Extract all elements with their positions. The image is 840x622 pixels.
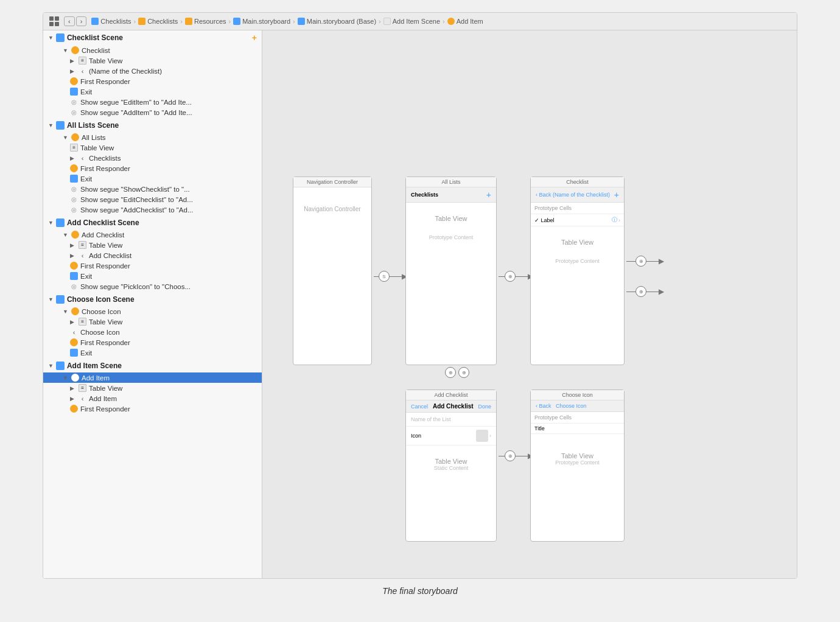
all-lists-segue-show[interactable]: ◎ Show segue "ShowChecklist" to "... bbox=[43, 184, 262, 194]
checklist-exit[interactable]: Exit bbox=[43, 86, 262, 97]
checklist-segue-add[interactable]: ◎ Show segue "AddItem" to "Add Ite... bbox=[43, 107, 262, 117]
bc-resources[interactable]: Resources bbox=[185, 18, 226, 25]
first-responder-icon bbox=[70, 164, 78, 172]
all-lists-segue-add[interactable]: ◎ Show segue "AddChecklist" to "Ad... bbox=[43, 204, 262, 215]
checklist-first-responder[interactable]: First Responder bbox=[43, 76, 262, 86]
breadcrumb: Checklists › Checklists › Resources › Ma… bbox=[91, 18, 483, 25]
main-window: ‹ › Checklists › Checklists › Resources … bbox=[43, 12, 797, 579]
all-lists-screen: All Lists Checklists + Table View Protot… bbox=[405, 176, 497, 365]
checklist-tableview[interactable]: ▶ ≡ Table View bbox=[43, 55, 262, 66]
choose-icon-tableview[interactable]: ▶ ≡ Table View bbox=[43, 316, 262, 327]
nav-buttons[interactable]: ‹ › bbox=[64, 16, 86, 26]
v-circle-2: ⊕ bbox=[458, 367, 469, 378]
main-layout: ▼ Checklist Scene + ▼ Checklist ▶ ≡ Tabl… bbox=[43, 30, 797, 578]
bc-add-item[interactable]: Add Item bbox=[447, 18, 483, 25]
all-lists-checklists[interactable]: ▶ ‹ Checklists bbox=[43, 153, 262, 163]
v-conn-1: ⊕ ⊕ bbox=[445, 367, 469, 378]
checklist-circle-icon bbox=[71, 46, 79, 54]
arrow-icon: ‹ bbox=[79, 154, 86, 162]
bc-main-storyboard-base[interactable]: Main.storyboard (Base) bbox=[298, 18, 376, 25]
all-lists-item[interactable]: ▼ All Lists bbox=[43, 132, 262, 142]
segue-icon: ◎ bbox=[70, 282, 78, 290]
table-icon: ≡ bbox=[79, 318, 86, 326]
outline-panel: ▼ Checklist Scene + ▼ Checklist ▶ ≡ Tabl… bbox=[43, 30, 262, 578]
add-checklist-item[interactable]: ▼ Add Checklist bbox=[43, 229, 262, 240]
exit-icon bbox=[70, 272, 78, 280]
connector-checklist-to-additem-2: ⊕ ▶ bbox=[626, 286, 664, 297]
connector-circle: ⊕ bbox=[635, 286, 646, 297]
doc-icon bbox=[298, 18, 305, 25]
add-checklist-first-responder[interactable]: First Responder bbox=[43, 260, 262, 271]
choose-icon-exit[interactable]: Exit bbox=[43, 348, 262, 358]
connector-nav-to-all: S ▶ bbox=[374, 271, 407, 282]
toolbar: ‹ › Checklists › Checklists › Resources … bbox=[43, 13, 797, 30]
arrow-head: ▶ bbox=[659, 287, 664, 296]
segue-icon: ◎ bbox=[70, 108, 78, 116]
bc-main-storyboard[interactable]: Main.storyboard bbox=[233, 18, 290, 25]
arrow-icon: ‹ bbox=[79, 251, 86, 259]
all-lists-nav: Checklists + bbox=[406, 187, 496, 203]
cancel-label: Cancel bbox=[411, 404, 428, 410]
add-scene-button[interactable]: + bbox=[252, 33, 257, 43]
checklist-title: Checklist bbox=[531, 177, 624, 187]
all-lists-scene-header[interactable]: ▼ All Lists Scene bbox=[43, 119, 262, 132]
exit-icon bbox=[70, 88, 78, 96]
choose-icon-first-responder[interactable]: First Responder bbox=[43, 337, 262, 348]
plus-icon: + bbox=[614, 190, 619, 200]
nav-controller-screen: Navigation Controller Navigation Control… bbox=[293, 176, 372, 365]
add-checklist-nav: Cancel Add Checklist Done bbox=[406, 400, 496, 413]
checklist-segue-edit[interactable]: ◎ Show segue "EditItem" to "Add Ite... bbox=[43, 97, 262, 107]
all-lists-tv-label: Table View bbox=[406, 203, 496, 234]
scene-icon bbox=[56, 362, 65, 370]
checklist-scene-header[interactable]: ▼ Checklist Scene + bbox=[43, 30, 262, 45]
add-item-scene-header[interactable]: ▼ Add Item Scene bbox=[43, 359, 262, 372]
add-checklist-table-area: Table View Static Content bbox=[406, 446, 496, 483]
back-button[interactable]: ‹ bbox=[64, 16, 75, 26]
scene-icon bbox=[56, 218, 65, 227]
checklist-scene-section: ▼ Checklist Scene + ▼ Checklist ▶ ≡ Tabl… bbox=[43, 30, 262, 117]
canvas-inner: Date Picker Cell Fri Jun 23 7 57 Sat Jun… bbox=[275, 43, 797, 566]
choose-icon-nav: ‹ Back Choose Icon bbox=[531, 400, 624, 412]
add-checklist-scene-header[interactable]: ▼ Add Checklist Scene bbox=[43, 216, 262, 229]
add-item-first-responder[interactable]: First Responder bbox=[43, 404, 262, 414]
checklist-name-item[interactable]: ▶ ‹ (Name of the Checklist) bbox=[43, 66, 262, 76]
choose-icon-title: Choose Icon bbox=[531, 390, 624, 400]
all-lists-tableview[interactable]: ≡ Table View bbox=[43, 142, 262, 153]
add-checklist-additem[interactable]: ▶ ‹ Add Checklist bbox=[43, 250, 262, 260]
title-row: Title bbox=[531, 424, 624, 434]
prototype-cells-label: Prototype Cells bbox=[531, 203, 624, 214]
all-lists-exit[interactable]: Exit bbox=[43, 173, 262, 184]
bc-add-item-scene[interactable]: Add Item Scene bbox=[383, 18, 440, 25]
first-responder-icon bbox=[70, 262, 78, 270]
bc-checklists-folder[interactable]: Checklists bbox=[138, 18, 178, 25]
icon-placeholder bbox=[476, 430, 488, 442]
table-icon: ≡ bbox=[79, 241, 86, 249]
checklist-item[interactable]: ▼ Checklist bbox=[43, 45, 262, 55]
label-cell-row: ✓ Label ⓘ › bbox=[531, 214, 624, 226]
circle-icon bbox=[447, 18, 455, 25]
checklist-tv-sub: Prototype Content bbox=[531, 258, 624, 264]
add-checklist-exit[interactable]: Exit bbox=[43, 271, 262, 281]
choose-icon-item[interactable]: ▼ Choose Icon bbox=[43, 306, 262, 316]
add-item-tableview[interactable]: ▶ ≡ Table View bbox=[43, 383, 262, 393]
choose-icon-scene-header[interactable]: ▼ Choose Icon Scene bbox=[43, 293, 262, 306]
back-label: ‹ Back Choose Icon bbox=[536, 403, 587, 409]
v-circle-1: ⊕ bbox=[445, 367, 456, 378]
bc-checklists-doc[interactable]: Checklists bbox=[91, 18, 131, 25]
add-checklist-nav-title: Add Checklist bbox=[433, 403, 474, 410]
all-lists-nav-title: Checklists bbox=[411, 192, 438, 198]
add-checklist-tableview[interactable]: ▶ ≡ Table View bbox=[43, 240, 262, 250]
checklist-tv-label: Table View bbox=[531, 226, 624, 258]
forward-button[interactable]: › bbox=[76, 16, 87, 26]
choose-icon-back[interactable]: ‹ Choose Icon bbox=[43, 327, 262, 337]
icon-row: Icon › bbox=[406, 427, 496, 446]
add-checklist-segue-pick[interactable]: ◎ Show segue "PickIcon" to "Choos... bbox=[43, 281, 262, 292]
all-lists-first-responder[interactable]: First Responder bbox=[43, 163, 262, 173]
connector-addchecklist-to-chooseicon: ⊕ ▶ bbox=[499, 450, 533, 461]
add-item-back[interactable]: ▶ ‹ Add Item bbox=[43, 393, 262, 404]
checklist-nav: ‹ Back (Name of the Checklist) + bbox=[531, 187, 624, 203]
all-lists-segue-edit[interactable]: ◎ Show segue "EditChecklist" to "Ad... bbox=[43, 194, 262, 204]
table-icon: ≡ bbox=[70, 144, 78, 152]
add-item-item[interactable]: ▼ Add Item bbox=[43, 372, 262, 383]
line1 bbox=[626, 261, 635, 262]
